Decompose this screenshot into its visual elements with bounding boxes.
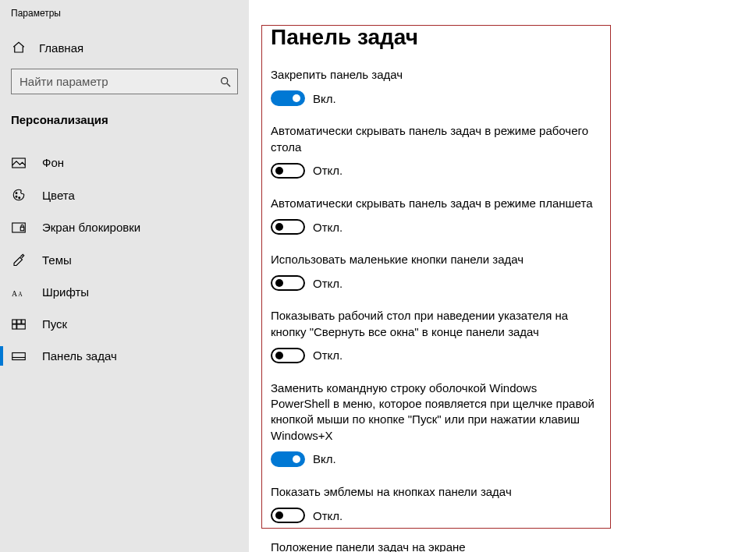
svg-point-4: [16, 196, 17, 197]
nav-item-label: Экран блокировки: [42, 221, 140, 234]
search-icon: [219, 76, 232, 88]
svg-line-1: [227, 83, 230, 87]
nav-item-lockscreen[interactable]: Экран блокировки: [0, 211, 249, 243]
nav-home-label: Главная: [39, 41, 83, 55]
toggle-peek-desktop[interactable]: [271, 348, 305, 363]
svg-point-3: [16, 193, 17, 194]
toggle-row: Откл.: [271, 348, 598, 363]
page-title: Панель задач: [271, 25, 756, 50]
setting-label: Автоматически скрывать панель задач в ре…: [271, 196, 598, 211]
themes-icon: [11, 253, 27, 267]
svg-point-0: [222, 77, 228, 83]
nav-home[interactable]: Главная: [0, 34, 249, 61]
toggle-autohide-tablet[interactable]: [271, 219, 305, 235]
svg-rect-15: [12, 352, 26, 359]
toggle-state: Откл.: [313, 277, 343, 290]
toggle-state: Откл.: [313, 349, 343, 362]
toggle-state: Откл.: [313, 164, 343, 177]
svg-text:A: A: [12, 288, 17, 297]
nav-item-label: Пуск: [42, 317, 67, 331]
taskbar-icon: [11, 352, 27, 361]
setting-peek-desktop: Показывать рабочий стол при наведении ук…: [271, 308, 598, 363]
toggle-row: Откл.: [271, 275, 598, 291]
nav-item-fonts[interactable]: AA Шрифты: [0, 276, 249, 308]
nav-item-start[interactable]: Пуск: [0, 308, 249, 340]
nav-list: Фон Цвета Экран блокировки Темы: [0, 147, 249, 372]
setting-powershell: Заменить командную строку оболочкой Wind…: [271, 380, 598, 467]
toggle-row: Вкл.: [271, 90, 598, 106]
category-title: Персонализация: [0, 108, 249, 147]
setting-small-buttons: Использовать маленькие кнопки панели зад…: [271, 252, 598, 291]
setting-label: Показывать рабочий стол при наведении ук…: [271, 308, 598, 340]
toggle-state: Откл.: [313, 221, 343, 234]
nav-item-background[interactable]: Фон: [0, 147, 249, 179]
home-icon: [11, 41, 27, 55]
setting-label: Показать эмблемы на кнопках панели задач: [271, 484, 598, 500]
setting-autohide-tablet: Автоматически скрывать панель задач в ре…: [271, 196, 598, 235]
colors-icon: [11, 188, 27, 202]
start-icon: [11, 319, 27, 330]
nav-item-taskbar[interactable]: Панель задач: [0, 340, 249, 372]
setting-label: Использовать маленькие кнопки панели зад…: [271, 252, 598, 267]
toggle-row: Откл.: [271, 508, 598, 523]
settings-window: Параметры Главная Персонализация Фон: [0, 0, 756, 552]
setting-label: Автоматически скрывать панель задач в ре…: [271, 123, 598, 155]
search-input[interactable]: [11, 69, 238, 94]
fonts-icon: AA: [11, 286, 27, 299]
window-title: Параметры: [0, 5, 249, 34]
toggle-state: Вкл.: [313, 452, 336, 465]
toggle-small-buttons[interactable]: [271, 275, 305, 291]
background-icon: [11, 157, 27, 168]
svg-rect-10: [12, 320, 16, 324]
toggle-row: Вкл.: [271, 451, 598, 467]
setting-badges: Показать эмблемы на кнопках панели задач…: [271, 484, 598, 523]
svg-rect-13: [12, 324, 16, 329]
toggle-state: Откл.: [313, 509, 343, 522]
toggle-row: Откл.: [271, 163, 598, 179]
setting-lock-taskbar: Закрепить панель задач Вкл.: [271, 67, 598, 106]
setting-label: Заменить командную строку оболочкой Wind…: [271, 380, 598, 444]
toggle-powershell[interactable]: [271, 451, 305, 467]
toggle-badges[interactable]: [271, 508, 305, 523]
toggle-autohide-desktop[interactable]: [271, 163, 305, 179]
svg-rect-11: [17, 320, 21, 324]
nav-item-colors[interactable]: Цвета: [0, 179, 249, 211]
lockscreen-icon: [11, 222, 27, 233]
toggle-state: Вкл.: [313, 92, 336, 105]
toggle-lock-taskbar[interactable]: [271, 90, 305, 106]
svg-text:A: A: [18, 290, 23, 297]
content-pane: Панель задач Закрепить панель задач Вкл.…: [249, 0, 756, 552]
nav-item-label: Панель задач: [42, 349, 117, 363]
setting-label: Закрепить панель задач: [271, 67, 598, 83]
svg-rect-12: [22, 320, 26, 324]
svg-rect-14: [17, 324, 26, 329]
nav-item-themes[interactable]: Темы: [0, 243, 249, 276]
nav-item-label: Шрифты: [42, 285, 89, 299]
nav-item-label: Темы: [42, 253, 72, 267]
nav-item-label: Цвета: [42, 189, 75, 202]
svg-point-5: [19, 197, 20, 199]
toggle-row: Откл.: [271, 219, 598, 235]
sidebar: Параметры Главная Персонализация Фон: [0, 0, 249, 552]
nav-item-label: Фон: [42, 156, 64, 169]
setting-autohide-desktop: Автоматически скрывать панель задач в ре…: [271, 123, 598, 179]
search-wrap: [11, 69, 238, 94]
svg-rect-7: [20, 227, 24, 231]
setting-taskbar-position-label: Положение панели задач на экране: [271, 540, 598, 552]
